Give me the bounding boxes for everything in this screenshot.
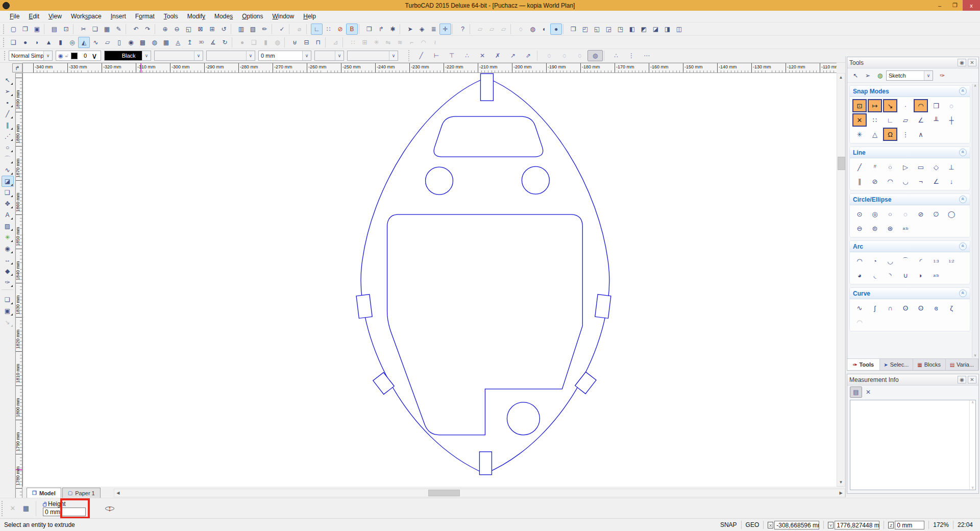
move-tool-button[interactable]: ✥	[2, 198, 14, 209]
view-iso-nw-button[interactable]: ◫	[673, 23, 685, 35]
extrude-face-button[interactable]: ↥	[184, 37, 195, 48]
arc-2-entities-button[interactable]: ∪	[898, 269, 913, 282]
palette-scrollbar[interactable]: ∧∨	[972, 84, 978, 358]
box-3d-button[interactable]: ❑	[8, 37, 19, 48]
close-icon[interactable]: ✕	[968, 59, 976, 66]
snap-node-mini-button[interactable]: ∴	[608, 50, 624, 61]
palette-select-tool[interactable]: ↖	[849, 70, 862, 81]
menu-format[interactable]: Format	[131, 11, 159, 21]
ortho-mode-button[interactable]: ∟	[311, 23, 323, 35]
ruler-origin-button[interactable]: ↱	[12, 63, 22, 73]
sphere-3d-button[interactable]: ●	[19, 37, 31, 48]
line-perpendicular-arc-button[interactable]: ¬	[914, 175, 928, 188]
boolean-union-button[interactable]: ⊎	[289, 37, 301, 48]
lathe-3d-button[interactable]: ◉	[125, 37, 137, 48]
title-bar[interactable]: TurboCAD 2015 Deluxe 64-bit - [Puchacz —…	[0, 0, 980, 11]
snap-solid-center-button[interactable]: ❒	[929, 99, 943, 112]
parallel-line-tool-button[interactable]: ∥	[2, 119, 14, 131]
paste-button[interactable]: ▦	[101, 23, 113, 35]
lock-icon[interactable]	[43, 503, 46, 506]
collapse-chevron-icon[interactable]: «	[959, 243, 967, 250]
cone-3d-button[interactable]: ▲	[43, 37, 55, 48]
view-iso-button[interactable]: ❒	[568, 23, 579, 35]
spell-check-button[interactable]: ✓	[276, 23, 288, 35]
curve-spiral-cw-button[interactable]: ʘ	[898, 301, 913, 315]
circle-flattened-button[interactable]: ⊖	[852, 222, 867, 235]
box-surface-button[interactable]: ▩	[137, 37, 149, 48]
collapse-chevron-icon[interactable]: «	[959, 196, 967, 203]
scroll-right-icon[interactable]: ▶	[837, 489, 845, 497]
layers-tool-button[interactable]: ▣	[2, 305, 14, 317]
menu-modes[interactable]: Modes	[210, 11, 237, 21]
collapse-chevron-icon[interactable]: «	[959, 87, 967, 95]
no-snap-mini-button[interactable]: ◍	[587, 50, 603, 61]
snap-vector-mini-button[interactable]: ↗	[505, 50, 521, 61]
view-iso-sw-button[interactable]: ◪	[650, 23, 662, 35]
snap-grid-button[interactable]: ∷	[868, 113, 882, 127]
zoom-in-button[interactable]: ⊕	[159, 23, 171, 35]
line-tool-button[interactable]: ╱	[2, 108, 14, 119]
drawing-canvas[interactable]	[22, 73, 837, 487]
rod-3d-button[interactable]: ▯	[113, 37, 125, 48]
palette-world-tool[interactable]: ◍	[874, 70, 886, 81]
pen-control[interactable]: ◉ 🔓︎ 0 ∨	[56, 51, 101, 61]
height-field[interactable]	[43, 508, 86, 516]
snap-bisector-button[interactable]: ∧	[914, 128, 928, 141]
menu-edit[interactable]: Edit	[24, 11, 44, 21]
arc-fixed-ratio-button[interactable]: a:b	[929, 269, 943, 282]
bottom-hole[interactable]	[507, 402, 540, 435]
menu-options[interactable]: Options	[237, 11, 267, 21]
snap-burst-tool-button[interactable]: ✳	[2, 232, 14, 243]
snap-tangent-button[interactable]: ∠	[914, 113, 928, 127]
toolbar-grip[interactable]	[2, 501, 4, 516]
open-palette-button[interactable]: ❒	[363, 23, 375, 35]
line-tangent-arc-button[interactable]: ◠	[883, 175, 897, 188]
line-perpendicular-button[interactable]: ⊥	[944, 160, 959, 174]
ellipse-rotated-button[interactable]: ⊛	[883, 222, 897, 235]
curve-spiral-ccw-button[interactable]: ʘ	[914, 301, 928, 315]
snap-on-entity-mini-button[interactable]: ∴	[459, 50, 475, 61]
left-upper-notch[interactable]	[356, 295, 372, 319]
ellipse-fixed-ratio-button[interactable]: a:b	[898, 222, 913, 235]
bulkhead-drawing[interactable]	[23, 73, 837, 487]
plate-3d-button[interactable]: ▱	[102, 37, 113, 48]
circle-concentric-button[interactable]: ◎	[868, 207, 882, 221]
extrude-tool-button[interactable]: ◪	[2, 176, 14, 187]
collapse-chevron-icon[interactable]: «	[959, 149, 967, 156]
measurement-delete-button[interactable]: ✕	[862, 387, 874, 398]
arc-tangent-button[interactable]: ◜	[914, 254, 928, 268]
minimize-button[interactable]: –	[932, 0, 947, 11]
line-tangent-circle-button[interactable]: ⊘	[868, 175, 882, 188]
toolbar-grip[interactable]	[3, 25, 5, 34]
snap-cross-mini-button[interactable]: ✗	[490, 50, 505, 61]
circle-2point-button[interactable]: ○	[883, 207, 897, 221]
circle-tangent-2-button[interactable]: ∅	[929, 207, 943, 221]
sphere-surface-button[interactable]: ◍	[149, 37, 160, 48]
arc-1-2-3-button[interactable]: 1:3	[929, 254, 943, 268]
zoom-level[interactable]: 172%	[933, 521, 949, 528]
main-panel-cutout[interactable]	[387, 214, 583, 435]
render-draft-button[interactable]: ◐	[538, 23, 550, 35]
snap-divide-horizontal-button[interactable]: ┼	[944, 113, 959, 127]
point-tool-button[interactable]: ▪	[2, 97, 14, 108]
hatch-tool-button[interactable]: ▨	[2, 221, 14, 232]
sheet-tab-paper-1[interactable]: ▢Paper 1	[62, 488, 101, 498]
curve-cubic-spline-button[interactable]: ʃ	[868, 301, 882, 315]
arc-tangent-entity-button[interactable]: ◝	[883, 269, 897, 282]
view-top-button[interactable]: ◰	[579, 23, 591, 35]
measurement-report-button[interactable]: ▤	[850, 387, 862, 398]
vertical-scrollbar[interactable]: ▲ ▼	[837, 73, 845, 487]
palette-tab-blocks[interactable]: ▦Blocks	[913, 359, 946, 370]
bottom-slot[interactable]	[479, 452, 492, 475]
group-tool-button[interactable]: ❏	[2, 294, 14, 305]
boolean-intersect-button[interactable]: ⊓	[312, 37, 324, 48]
no-snap-button[interactable]: ⊘	[334, 23, 346, 35]
arc-start-end-button[interactable]: ◡	[883, 254, 897, 268]
top-slot[interactable]	[480, 74, 493, 101]
view-left-button[interactable]: ◧	[626, 23, 638, 35]
save-file-button[interactable]: ▣	[31, 23, 43, 35]
circle-tangent-3-button[interactable]: ◯	[944, 207, 959, 221]
boolean-subtract-button[interactable]: ⊟	[301, 37, 312, 48]
line-parallel-button[interactable]: ∥	[852, 175, 867, 188]
torus-3d-button[interactable]: ◎	[66, 37, 78, 48]
